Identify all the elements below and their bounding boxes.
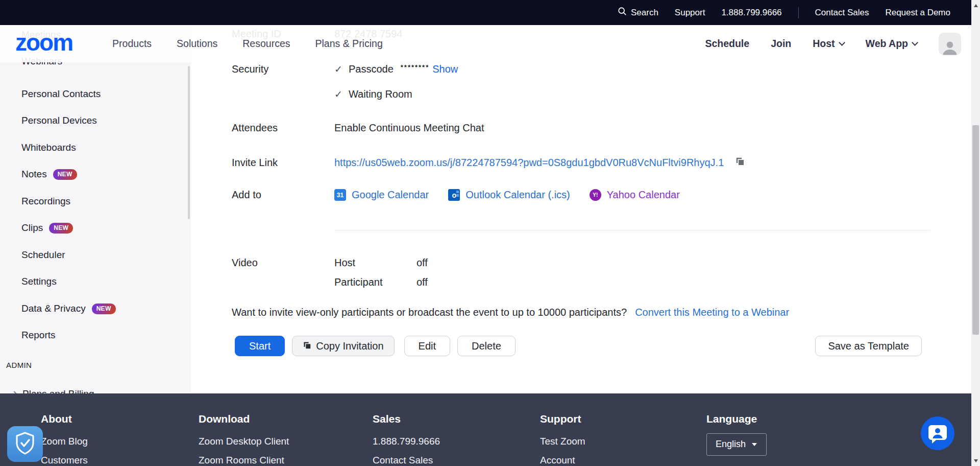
outlook-calendar-icon: o bbox=[448, 189, 460, 201]
video-host-line: Host off bbox=[334, 257, 428, 269]
add-to-label: Add to bbox=[232, 189, 334, 201]
join-link[interactable]: Join bbox=[771, 38, 791, 50]
invite-link-row: Invite Link https://us05web.zoom.us/j/87… bbox=[232, 156, 745, 169]
video-label: Video bbox=[232, 257, 334, 288]
footer-link-customers[interactable]: Customers bbox=[41, 455, 88, 466]
schedule-link[interactable]: Schedule bbox=[705, 38, 749, 50]
attendees-label: Attendees bbox=[232, 122, 334, 134]
search-label: Search bbox=[631, 8, 658, 18]
scrollbar-down-arrow[interactable] bbox=[971, 456, 980, 465]
video-participant-label: Participant bbox=[334, 276, 416, 288]
search-link[interactable]: Search bbox=[618, 7, 658, 18]
copy-link-icon[interactable] bbox=[735, 156, 745, 169]
yahoo-calendar-icon: Y! bbox=[590, 189, 601, 201]
sidebar-item-notes[interactable]: Notes NEW bbox=[21, 169, 77, 180]
sidebar-item-recordings[interactable]: Recordings bbox=[21, 196, 70, 207]
language-selected: English bbox=[716, 439, 746, 450]
passcode-label: Passcode bbox=[349, 63, 394, 75]
passcode-mask: ******** bbox=[401, 63, 429, 71]
footer-link-sales-phone[interactable]: 1.888.799.9666 bbox=[373, 436, 440, 447]
action-buttons-row: Start Copy Invitation Edit Delete Save a… bbox=[235, 336, 922, 356]
new-badge: NEW bbox=[53, 169, 77, 180]
scrollbar-up-arrow[interactable] bbox=[971, 1, 980, 10]
contact-sales-link[interactable]: Contact Sales bbox=[815, 8, 869, 18]
sidebar-item-personal-devices[interactable]: Personal Devices bbox=[21, 115, 97, 126]
sidebar-item-personal-contacts[interactable]: Personal Contacts bbox=[21, 88, 101, 100]
sidebar-scrollbar-thumb[interactable] bbox=[188, 66, 190, 219]
delete-button[interactable]: Delete bbox=[457, 336, 516, 356]
passcode-line: ✓ Passcode ******** Show bbox=[334, 63, 458, 75]
zoom-logo[interactable]: zoom bbox=[15, 31, 72, 57]
check-icon: ✓ bbox=[334, 63, 342, 75]
nav-resources[interactable]: Resources bbox=[242, 38, 290, 50]
web-app-menu[interactable]: Web App bbox=[866, 38, 917, 50]
phone-number[interactable]: 1.888.799.9666 bbox=[721, 8, 781, 18]
sidebar-item-whiteboards[interactable]: Whiteboards bbox=[21, 142, 76, 153]
video-host-value: off bbox=[416, 257, 428, 269]
section-divider bbox=[334, 230, 930, 230]
search-icon bbox=[618, 7, 627, 18]
chevron-down-icon bbox=[839, 39, 845, 46]
nav-solutions[interactable]: Solutions bbox=[177, 38, 217, 50]
sidebar-item-data-privacy[interactable]: Data & Privacy NEW bbox=[21, 303, 116, 314]
language-selector[interactable]: English bbox=[706, 433, 767, 456]
footer-link-zoom-rooms-client[interactable]: Zoom Rooms Client bbox=[199, 455, 289, 466]
invite-link-label: Invite Link bbox=[232, 157, 334, 169]
video-values: Host off Participant off bbox=[334, 257, 428, 288]
copy-invitation-button[interactable]: Copy Invitation bbox=[292, 336, 394, 356]
sidebar-item-settings[interactable]: Settings bbox=[21, 276, 57, 287]
new-badge: NEW bbox=[49, 223, 73, 234]
edit-button[interactable]: Edit bbox=[404, 336, 450, 356]
page-viewport: Meetings Webinars Personal Contacts Pers… bbox=[0, 25, 971, 466]
request-demo-link[interactable]: Request a Demo bbox=[885, 8, 950, 18]
host-menu[interactable]: Host bbox=[813, 38, 844, 50]
outlook-calendar-link[interactable]: o Outlook Calendar (.ics) bbox=[448, 189, 570, 201]
calendar-links: 31 Google Calendar o Outlook Calendar (.… bbox=[334, 189, 680, 201]
footer-column-about: About Zoom Blog Customers bbox=[41, 413, 88, 466]
security-label: Security bbox=[232, 63, 334, 100]
save-as-template-button[interactable]: Save as Template bbox=[815, 336, 922, 356]
support-link[interactable]: Support bbox=[675, 8, 705, 18]
google-calendar-link[interactable]: 31 Google Calendar bbox=[334, 189, 429, 201]
footer-column-title: Support bbox=[540, 413, 585, 425]
adblock-shield-widget[interactable] bbox=[7, 426, 43, 462]
nav-products[interactable]: Products bbox=[112, 38, 152, 50]
caret-down-icon bbox=[752, 443, 757, 446]
scrollbar-thumb[interactable] bbox=[972, 125, 979, 335]
footer-link-zoom-blog[interactable]: Zoom Blog bbox=[41, 436, 88, 447]
chat-widget-button[interactable] bbox=[921, 416, 954, 450]
nav-plans-pricing[interactable]: Plans & Pricing bbox=[315, 38, 383, 50]
convert-to-webinar-link[interactable]: Convert this Meeting to a Webinar bbox=[635, 307, 789, 318]
topbar-divider bbox=[798, 7, 799, 18]
site-header: zoom Products Solutions Resources Plans … bbox=[0, 25, 971, 62]
invite-link-url[interactable]: https://us05web.zoom.us/j/87224787594?pw… bbox=[334, 157, 724, 169]
copy-icon bbox=[303, 340, 311, 352]
yahoo-calendar-link[interactable]: Y! Yahoo Calendar bbox=[590, 189, 680, 201]
footer-column-title: Download bbox=[199, 413, 289, 425]
footer-link-contact-sales[interactable]: Contact Sales bbox=[373, 455, 440, 466]
footer-link-account[interactable]: Account bbox=[540, 455, 585, 466]
footer-column-support: Support Test Zoom Account bbox=[540, 413, 585, 466]
footer-column-sales: Sales 1.888.799.9666 Contact Sales bbox=[373, 413, 440, 466]
check-icon: ✓ bbox=[334, 88, 342, 100]
video-participant-value: off bbox=[416, 276, 428, 288]
chevron-down-icon bbox=[912, 39, 918, 46]
video-row: Video Host off Participant off bbox=[232, 257, 428, 288]
page-scrollbar[interactable] bbox=[971, 0, 980, 466]
admin-section-heading: ADMIN bbox=[6, 361, 32, 369]
start-button[interactable]: Start bbox=[235, 336, 285, 356]
attendees-value: Enable Continuous Meeting Chat bbox=[334, 122, 484, 134]
sidebar-item-scheduler[interactable]: Scheduler bbox=[21, 249, 65, 261]
video-participant-line: Participant off bbox=[334, 276, 428, 288]
footer-column-title: Sales bbox=[373, 413, 440, 425]
add-to-row: Add to 31 Google Calendar o Outlook Cale… bbox=[232, 189, 680, 201]
header-actions: Schedule Join Host Web App bbox=[705, 33, 961, 55]
sidebar-item-clips[interactable]: Clips NEW bbox=[21, 222, 73, 234]
footer-link-test-zoom[interactable]: Test Zoom bbox=[540, 436, 585, 447]
webinar-line: Want to invite view-only participants or… bbox=[232, 307, 789, 318]
sidebar-item-reports[interactable]: Reports bbox=[21, 330, 56, 341]
footer-link-zoom-desktop-client[interactable]: Zoom Desktop Client bbox=[199, 436, 289, 447]
show-passcode-link[interactable]: Show bbox=[432, 63, 458, 75]
footer-column-language: Language English bbox=[706, 413, 767, 456]
avatar[interactable] bbox=[939, 33, 961, 55]
